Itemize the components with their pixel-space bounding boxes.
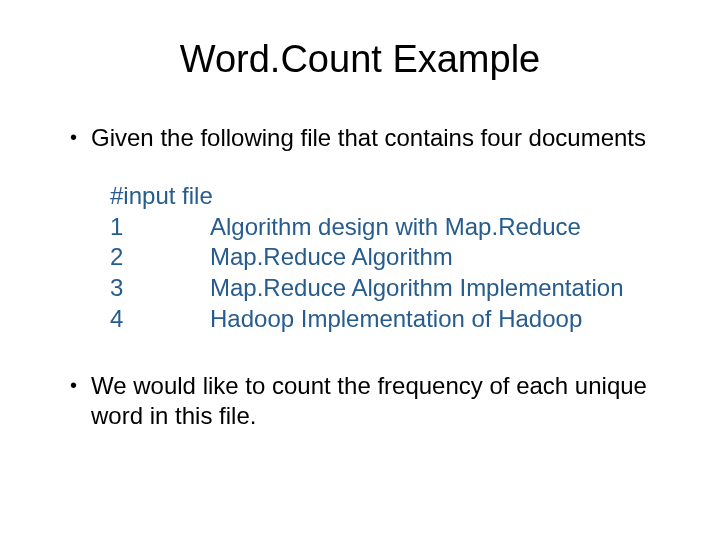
input-file-row: 4 Hadoop Implementation of Hadoop	[110, 304, 670, 335]
input-file-id: 2	[110, 242, 210, 273]
input-file-row: 2 Map.Reduce Algorithm	[110, 242, 670, 273]
input-file-header: #input file	[110, 181, 670, 212]
bullet-dot-icon: •	[70, 371, 77, 399]
input-file-row: 3 Map.Reduce Algorithm Implementation	[110, 273, 670, 304]
bullet-text: Given the following file that contains f…	[91, 123, 670, 153]
input-file-id: 1	[110, 212, 210, 243]
bullet-text: We would like to count the frequency of …	[91, 371, 670, 431]
input-file-row: 1 Algorithm design with Map.Reduce	[110, 212, 670, 243]
input-file-id: 3	[110, 273, 210, 304]
input-file-doc: Hadoop Implementation of Hadoop	[210, 304, 670, 335]
input-file-doc: Map.Reduce Algorithm Implementation	[210, 273, 670, 304]
bullet-item-2: • We would like to count the frequency o…	[50, 371, 670, 431]
input-file-id: 4	[110, 304, 210, 335]
bullet-dot-icon: •	[70, 123, 77, 151]
input-file-block: #input file 1 Algorithm design with Map.…	[50, 181, 670, 335]
input-file-doc: Map.Reduce Algorithm	[210, 242, 670, 273]
bullet-item-1: • Given the following file that contains…	[50, 123, 670, 153]
input-file-doc: Algorithm design with Map.Reduce	[210, 212, 670, 243]
slide-title: Word.Count Example	[50, 38, 670, 81]
